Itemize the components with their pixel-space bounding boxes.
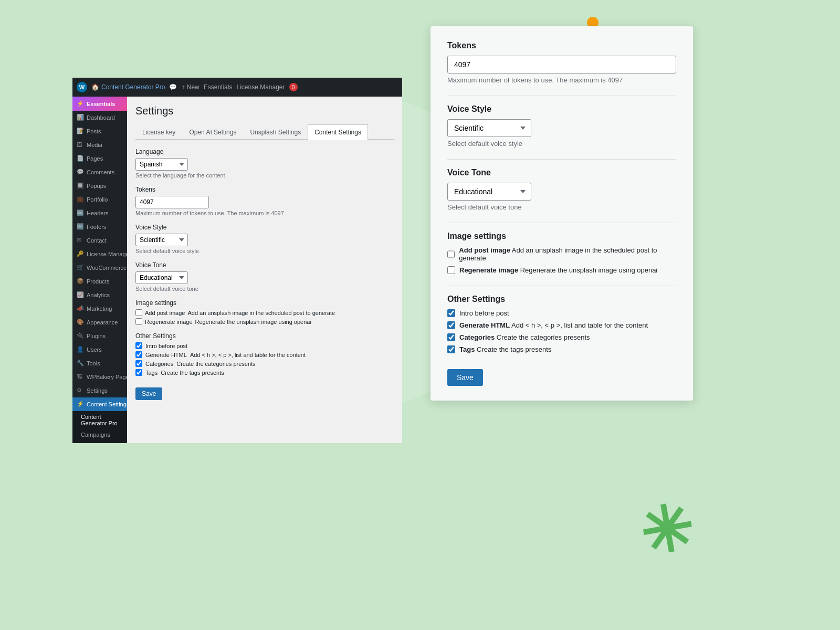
regenerate-image-row: Regenerate image Regenerate the unsplash… [135,318,394,325]
sidebar-label-marketing: Marketing [87,306,112,312]
tab-license-key[interactable]: License key [135,124,182,140]
intro-before-post-row: Intro before post [135,342,394,349]
sidebar-item-essentials[interactable]: ⚡ Essentials [72,97,127,111]
panel-voice-tone-select[interactable]: Educational Friendly Professional [447,183,531,201]
sidebar-item-tools[interactable]: 🔧 Tools [72,356,127,370]
sidebar-item-footers[interactable]: 🔤 Footers [72,220,127,234]
sidebar-label-users: Users [87,346,102,353]
categories-checkbox[interactable] [135,360,142,367]
intro-before-post-label: Intro before post [145,343,187,349]
panel-tags-row: Tags Create the tags presents [447,345,676,353]
panel-voice-style-section: Voice Style Scientific Casual Formal Sel… [447,104,676,148]
tokens-description: Maximum number of tokens to use. The max… [135,210,394,216]
panel-generate-html-checkbox[interactable] [447,321,455,329]
voice-tone-select[interactable]: Educational Friendly Professional [135,271,188,284]
admin-bar-comments[interactable]: 💬 [169,83,177,91]
panel-add-post-image-row: Add post image Add an unsplash image in … [447,246,676,262]
sidebar-label-plugins: Plugins [87,333,106,339]
language-description: Select the language for the content [135,172,394,178]
panel-tokens-input[interactable] [447,56,676,74]
wp-logo[interactable]: W [77,82,87,92]
tokens-label: Tokens [135,186,394,193]
sidebar-item-dashboard[interactable]: 📊 Dashboard [72,111,127,124]
admin-bar: W 🏠 Content Generator Pro 💬 + New Essent… [72,78,402,97]
generate-html-checkbox[interactable] [135,351,142,358]
sidebar-item-popups[interactable]: 🔲 Popups [72,179,127,193]
sidebar-item-posts[interactable]: 📝 Posts [72,124,127,138]
panel-add-post-image-checkbox[interactable] [447,250,455,258]
settings-icon: ⚙ [77,387,84,394]
sidebar-item-content-generator[interactable]: ⚡ Content Settings [72,397,127,411]
sidebar-item-settings[interactable]: ⚙ Settings [72,384,127,397]
analytics-icon: 📈 [77,291,84,299]
sidebar-item-comments[interactable]: 💬 Comments [72,165,127,179]
tab-unsplash[interactable]: Unsplash Settings [243,124,308,140]
tags-checkbox[interactable] [135,369,142,376]
sidebar-item-woo[interactable]: 🛒 WooCommerce [72,261,127,275]
sidebar-item-contact[interactable]: ✉ Contact [72,234,127,247]
plugins-icon: 🔌 [77,332,84,340]
sidebar-item-plugins[interactable]: 🔌 Plugins [72,329,127,343]
sidebar-item-pages[interactable]: 📄 Pages [72,152,127,165]
divider-2 [447,159,676,160]
panel-voice-style-select[interactable]: Scientific Casual Formal [447,119,531,137]
sidebar-item-license[interactable]: 🔑 License Manager [72,247,127,261]
sidebar-label-dashboard: Dashboard [87,114,115,121]
add-post-image-checkbox[interactable] [135,309,142,316]
panel-voice-style-title: Voice Style [447,104,676,114]
voice-style-description: Select default voice style [135,248,394,254]
panel-save-button[interactable]: Save [447,369,483,386]
sidebar-submenu: Content Generator Pro Campaigns Status R… [72,411,127,443]
panel-tags-checkbox[interactable] [447,345,455,353]
admin-bar-site[interactable]: 🏠 Content Generator Pro [91,83,165,91]
submenu-campaigns[interactable]: Campaigns [72,429,127,440]
panel-regen-strong: Regenerate image [459,266,518,274]
sidebar-item-media[interactable]: 🖼 Media [72,138,127,152]
comments-icon: 💬 [77,169,84,176]
panel-image-settings-section: Image settings Add post image Add an uns… [447,232,676,274]
admin-bar-essentials[interactable]: Essentials [204,83,233,91]
panel-regen-desc: Regenerate the unsplash image using open… [520,266,658,274]
posts-icon: 📝 [77,128,84,135]
sidebar-item-appearance[interactable]: 🎨 Appearance [72,316,127,329]
regenerate-image-checkbox[interactable] [135,318,142,325]
sidebar-item-portfolio[interactable]: 💼 Portfolio [72,193,127,206]
panel-intro-before-post-checkbox[interactable] [447,309,455,317]
language-select[interactable]: English Spanish French German [135,158,188,171]
sidebar-label-media: Media [87,142,102,148]
tokens-input[interactable] [135,196,209,208]
marketing-icon: 📣 [77,305,84,312]
sidebar-item-marketing[interactable]: 📣 Marketing [72,302,127,316]
essentials-label: Essentials [87,101,115,107]
sidebar-label-tools: Tools [87,360,100,366]
sidebar-item-headers[interactable]: 🔤 Headers [72,206,127,220]
submenu-content-generator[interactable]: Content Generator Pro [72,411,127,429]
submenu-status[interactable]: Status [72,440,127,443]
admin-bar-license[interactable]: License Manager [236,83,285,91]
sidebar-item-products[interactable]: 📦 Products [72,275,127,288]
sidebar-label-popups: Popups [87,183,106,189]
admin-bar-new[interactable]: + New [181,83,199,91]
tab-openai[interactable]: Open AI Settings [182,124,243,140]
add-post-image-row: Add post image Add an unsplash image in … [135,309,394,316]
panel-voice-tone-description: Select default voice tone [447,203,676,211]
tags-label: Tags [145,370,158,376]
sidebar-item-users[interactable]: 👤 Users [72,343,127,356]
sidebar-label-analytics: Analytics [87,292,110,298]
panel-categories-checkbox[interactable] [447,333,455,341]
voice-style-select[interactable]: Scientific Casual Formal [135,234,188,246]
sidebar-label-products: Products [87,278,109,285]
intro-before-post-checkbox[interactable] [135,342,142,349]
sidebar-item-analytics[interactable]: 📈 Analytics [72,288,127,302]
wpbakery-icon: 🏗 [77,373,84,381]
panel-tokens-section: Tokens Maximum number of tokens to use. … [447,41,676,84]
panel-regenerate-image-checkbox[interactable] [447,266,455,274]
tab-content-settings[interactable]: Content Settings [308,124,368,140]
sidebar-item-wpbakery[interactable]: 🏗 WPBakery Page Builder [72,370,127,384]
users-icon: 👤 [77,346,84,353]
save-button[interactable]: Save [135,387,162,400]
regenerate-image-desc: Regenerate the unsplash image using open… [195,319,311,325]
panel-intro-before-post-label: Intro before post [459,309,509,317]
sidebar-label-footers: Footers [87,224,106,230]
sidebar-label-comments: Comments [87,169,114,175]
